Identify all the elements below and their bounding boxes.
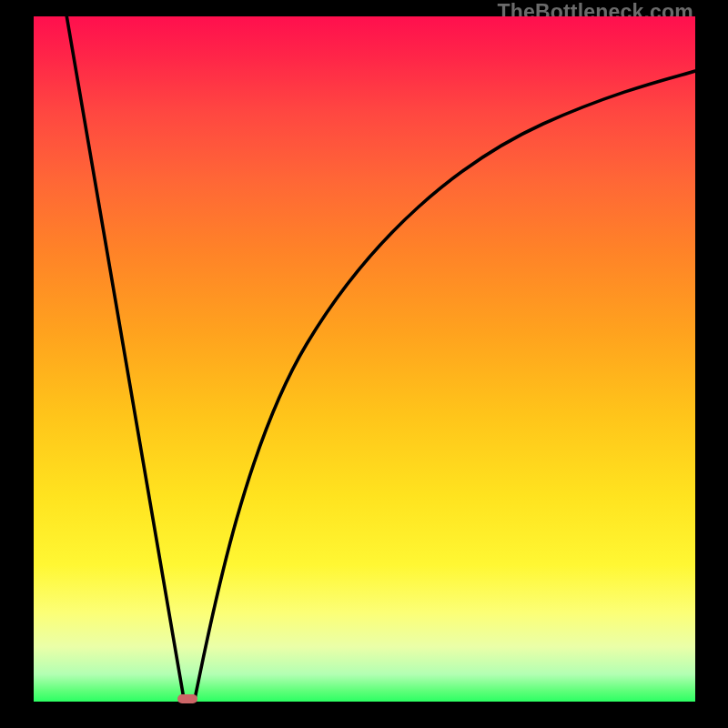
curve-left-branch — [66, 16, 184, 699]
plot-area — [34, 16, 695, 702]
curve-right-branch — [195, 71, 695, 699]
bottleneck-curve — [34, 16, 695, 702]
min-marker-pill — [177, 694, 197, 703]
chart-frame: TheBottleneck.com — [0, 0, 728, 728]
